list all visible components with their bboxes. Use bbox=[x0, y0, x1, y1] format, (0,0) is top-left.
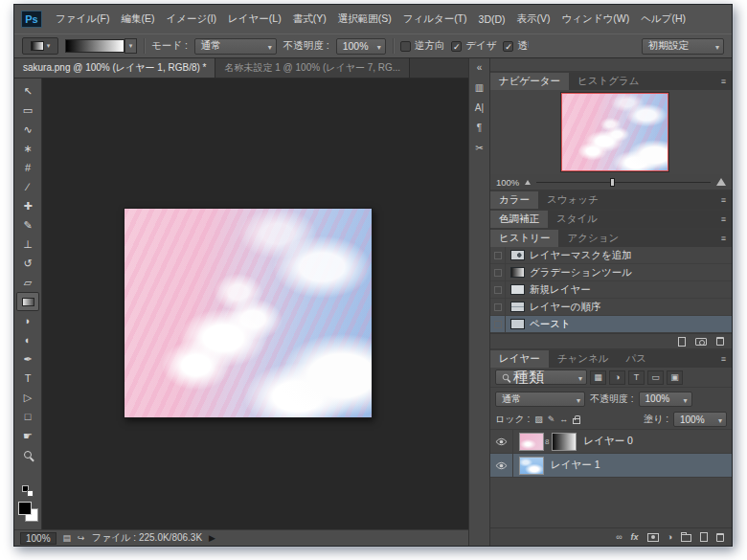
layer-opacity-dropdown[interactable]: 100% bbox=[639, 392, 692, 407]
history-source-checkbox[interactable] bbox=[490, 264, 506, 280]
layer-mask-thumbnail[interactable] bbox=[552, 433, 577, 451]
canvas-area[interactable] bbox=[42, 78, 468, 529]
layer-filter-dropdown[interactable]: 種類 bbox=[495, 370, 587, 385]
tab-histogram[interactable]: ヒストグラム bbox=[569, 73, 647, 90]
eraser-tool[interactable]: ▱ bbox=[16, 273, 39, 292]
new-snapshot-icon[interactable] bbox=[695, 338, 707, 346]
gradient-tool[interactable] bbox=[16, 292, 39, 311]
history-brush-tool[interactable]: ↺ bbox=[16, 254, 39, 273]
menu-item[interactable]: レイヤー(L) bbox=[222, 9, 287, 30]
layer-visibility-toggle[interactable] bbox=[490, 430, 513, 453]
zoom-out-icon[interactable] bbox=[525, 180, 531, 185]
character-panel-icon[interactable]: A| bbox=[475, 103, 484, 113]
filter-pixel-layers-button[interactable]: ▦ bbox=[590, 370, 606, 385]
history-item-selected[interactable]: ペースト bbox=[490, 316, 732, 333]
dither-checkbox[interactable]: デイザ bbox=[451, 39, 496, 53]
healing-brush-tool[interactable]: ✚ bbox=[16, 196, 39, 215]
link-layers-icon[interactable]: ∞ bbox=[616, 533, 622, 542]
workspace-dropdown[interactable]: 初期設定 bbox=[642, 38, 724, 55]
lock-position-icon[interactable]: ↔ bbox=[559, 414, 568, 424]
layer-mask-link-icon[interactable]: 8 bbox=[545, 437, 549, 446]
zoom-in-icon[interactable] bbox=[716, 178, 726, 186]
transparency-checkbox[interactable]: 透明部分 bbox=[503, 39, 529, 53]
filter-adjustment-layers-button[interactable]: ◑ bbox=[609, 370, 625, 385]
magic-wand-tool[interactable]: ∗ bbox=[16, 139, 39, 158]
new-document-from-state-icon[interactable] bbox=[678, 337, 686, 347]
adjustment-layer-icon[interactable]: ◑ bbox=[668, 533, 672, 542]
tab-paths[interactable]: パス bbox=[617, 350, 655, 368]
panel-menu-icon[interactable]: ≡ bbox=[715, 73, 732, 90]
history-item[interactable]: レイヤーの順序 bbox=[490, 299, 732, 316]
delete-state-icon[interactable] bbox=[716, 337, 724, 346]
layer-blend-mode-dropdown[interactable]: 通常 bbox=[495, 392, 585, 407]
foreground-color-swatch[interactable] bbox=[18, 502, 32, 515]
layer-row-0[interactable]: 8 レイヤー 0 bbox=[490, 430, 732, 454]
checkbox-icon[interactable] bbox=[451, 41, 462, 52]
checkbox-icon[interactable] bbox=[400, 41, 411, 52]
menu-item[interactable]: 3D(D) bbox=[473, 10, 511, 29]
crop-tool[interactable]: # bbox=[16, 158, 39, 177]
menu-item[interactable]: 編集(E) bbox=[115, 9, 160, 30]
zoom-level-field[interactable]: 100% bbox=[20, 532, 57, 545]
tab-layers[interactable]: レイヤー bbox=[490, 350, 549, 368]
filter-smart-objects-button[interactable]: ▣ bbox=[667, 370, 683, 385]
dodge-tool[interactable]: ◐ bbox=[16, 330, 39, 349]
layer-thumbnail[interactable] bbox=[519, 433, 544, 451]
path-selection-tool[interactable]: ▷ bbox=[16, 388, 39, 407]
delete-layer-icon[interactable] bbox=[716, 533, 724, 542]
slider-thumb[interactable] bbox=[610, 178, 615, 187]
menu-item[interactable]: ファイル(F) bbox=[50, 9, 115, 30]
panel-menu-icon[interactable]: ≡ bbox=[715, 211, 732, 228]
new-layer-icon[interactable] bbox=[700, 532, 708, 542]
status-flyout-arrow-icon[interactable]: ▶ bbox=[209, 533, 215, 543]
tab-actions[interactable]: アクション bbox=[558, 230, 627, 247]
history-source-checkbox[interactable] bbox=[490, 247, 506, 263]
clone-stamp-tool[interactable]: ⊥ bbox=[16, 235, 39, 254]
expand-panels-icon[interactable]: « bbox=[477, 63, 483, 73]
tool-presets-panel-icon[interactable]: ✂ bbox=[475, 144, 483, 153]
panel-menu-icon[interactable]: ≡ bbox=[715, 230, 732, 247]
history-item[interactable]: 新規レイヤー bbox=[490, 281, 732, 299]
navigator-zoom-value[interactable]: 100% bbox=[496, 177, 519, 188]
tab-adjustments[interactable]: 色調補正 bbox=[490, 211, 548, 228]
gradient-picker[interactable]: ▾ bbox=[65, 38, 137, 54]
blend-mode-dropdown[interactable]: 通常 bbox=[194, 38, 277, 55]
opacity-dropdown[interactable]: 100% bbox=[336, 38, 386, 55]
navigator-proxy-view[interactable] bbox=[561, 93, 668, 171]
lock-image-pixels-icon[interactable]: ✎ bbox=[548, 414, 555, 424]
panel-menu-icon[interactable]: ≡ bbox=[715, 191, 732, 209]
lasso-tool[interactable]: ∿ bbox=[16, 120, 39, 139]
layout-panel-icon[interactable]: ▥ bbox=[475, 83, 484, 93]
lock-transparent-pixels-icon[interactable]: ▨ bbox=[534, 414, 543, 424]
rectangle-tool[interactable]: □ bbox=[16, 407, 39, 426]
rectangular-marquee-tool[interactable]: ▭ bbox=[16, 101, 39, 120]
history-source-checkbox[interactable] bbox=[490, 299, 506, 315]
history-item[interactable]: グラデーションツール bbox=[490, 264, 732, 281]
layer-fill-dropdown[interactable]: 100% bbox=[673, 412, 727, 427]
menu-item[interactable]: ウィンドウ(W) bbox=[556, 9, 636, 30]
menu-item[interactable]: ヘルプ(H) bbox=[635, 9, 691, 30]
hand-tool[interactable]: ☛ bbox=[16, 426, 39, 445]
gradient-picker-arrow-icon[interactable]: ▾ bbox=[124, 38, 137, 54]
eyedropper-tool[interactable]: ∕ bbox=[16, 177, 39, 196]
filter-shape-layers-button[interactable]: ▭ bbox=[647, 370, 664, 385]
filter-type-layers-button[interactable]: T bbox=[628, 370, 645, 385]
document-tab-active[interactable]: sakura.png @ 100% (レイヤー 1, RGB/8) * bbox=[14, 58, 215, 78]
type-tool[interactable]: T bbox=[16, 369, 39, 388]
layer-thumbnail[interactable] bbox=[519, 457, 544, 475]
blur-tool[interactable]: ◗ bbox=[16, 311, 39, 330]
new-group-icon[interactable] bbox=[681, 534, 691, 542]
navigator-zoom-slider[interactable] bbox=[536, 182, 711, 183]
reverse-checkbox[interactable]: 逆方向 bbox=[400, 39, 445, 53]
layer-name[interactable]: レイヤー 1 bbox=[551, 459, 600, 472]
layer-style-icon[interactable]: fx bbox=[631, 533, 639, 542]
document-tab-inactive[interactable]: 名称未設定 1 @ 100% (レイヤー 7, RG... bbox=[215, 58, 410, 78]
tool-preset-picker[interactable]: ▾ bbox=[22, 37, 58, 55]
move-tool[interactable]: ↖ bbox=[16, 81, 39, 101]
gradient-sample-swatch[interactable] bbox=[65, 39, 124, 53]
pen-tool[interactable]: ✒ bbox=[16, 349, 39, 369]
tab-styles[interactable]: スタイル bbox=[548, 211, 606, 228]
layer-name[interactable]: レイヤー 0 bbox=[583, 435, 633, 448]
history-item[interactable]: レイヤーマスクを追加 bbox=[490, 247, 732, 264]
tab-color[interactable]: カラー bbox=[490, 191, 538, 209]
